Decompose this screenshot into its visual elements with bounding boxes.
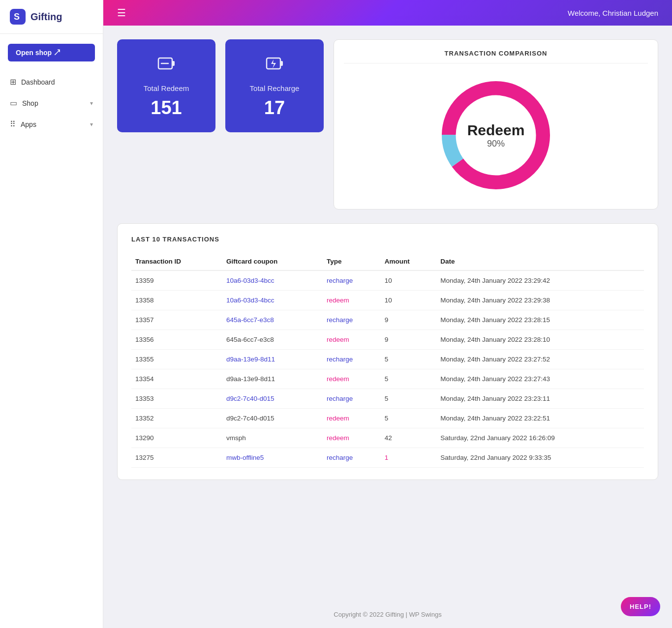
cell-type: recharge (323, 350, 381, 369)
sidebar: S Gifting Open shop 🡕 ⊞ Dashboard ▭ Shop… (0, 0, 103, 628)
col-date: Date (436, 253, 644, 270)
cell-date: Saturday, 22nd January 2022 16:26:09 (436, 428, 644, 448)
sidebar-item-dashboard[interactable]: ⊞ Dashboard (0, 71, 103, 92)
total-redeem-card: Total Redeem 151 (117, 39, 215, 132)
cell-amount: 5 (381, 369, 437, 389)
recharge-label: Total Recharge (250, 84, 300, 92)
table-row: 13357 645a-6cc7-e3c8 recharge 9 Monday, … (131, 310, 644, 330)
cell-date: Monday, 24th January 2022 23:27:43 (436, 369, 644, 389)
cell-amount: 1 (381, 448, 437, 468)
cell-type: recharge (323, 448, 381, 468)
cell-amount: 5 (381, 409, 437, 428)
table-row: 13354 d9aa-13e9-8d11 redeem 5 Monday, 24… (131, 369, 644, 389)
svg-rect-6 (280, 61, 283, 66)
cell-type: redeem (323, 369, 381, 389)
transactions-table: Transaction ID Giftcard coupon Type Amou… (131, 253, 644, 468)
sidebar-item-label: Dashboard (21, 78, 55, 86)
cell-coupon: d9c2-7c40-d015 (222, 409, 323, 428)
app-title: Gifting (31, 11, 62, 23)
cell-date: Monday, 24th January 2022 23:27:52 (436, 350, 644, 369)
welcome-message: Welcome, Christian Ludgen (568, 9, 658, 17)
transactions-card: LAST 10 TRANSACTIONS Transaction ID Gift… (117, 223, 658, 480)
table-row: 13356 645a-6cc7-e3c8 redeem 9 Monday, 24… (131, 330, 644, 350)
chevron-down-icon: ▾ (90, 100, 93, 107)
redeem-label: Total Redeem (144, 84, 189, 92)
sidebar-item-label: Shop (22, 99, 38, 107)
cell-date: Monday, 24th January 2022 23:29:42 (436, 270, 644, 291)
chart-title: TRANSACTION COMPARISON (344, 50, 648, 63)
open-shop-button[interactable]: Open shop 🡕 (8, 44, 95, 61)
top-section: Total Redeem 151 Total Recharge (117, 39, 658, 209)
cell-id: 13357 (131, 310, 222, 330)
cell-type: recharge (323, 270, 381, 291)
table-row: 13290 vmsph redeem 42 Saturday, 22nd Jan… (131, 428, 644, 448)
cell-amount: 9 (381, 310, 437, 330)
donut-chart: Redeem 90% (432, 71, 560, 199)
cell-id: 13290 (131, 428, 222, 448)
cell-date: Monday, 24th January 2022 23:23:11 (436, 389, 644, 409)
cell-coupon: d9aa-13e9-8d11 (222, 350, 323, 369)
cell-id: 13352 (131, 409, 222, 428)
cell-id: 13356 (131, 330, 222, 350)
col-giftcard-coupon: Giftcard coupon (222, 253, 323, 270)
table-row: 13355 d9aa-13e9-8d11 recharge 5 Monday, … (131, 350, 644, 369)
cell-coupon: vmsph (222, 428, 323, 448)
svg-marker-7 (271, 60, 276, 68)
donut-center-label: Redeem (467, 122, 525, 139)
cell-coupon: d9c2-7c40-d015 (222, 389, 323, 409)
col-transaction-id: Transaction ID (131, 253, 222, 270)
recharge-value: 17 (264, 97, 285, 119)
cell-id: 13354 (131, 369, 222, 389)
chevron-down-icon: ▾ (90, 121, 93, 128)
recharge-icon (264, 53, 285, 79)
cell-type: recharge (323, 310, 381, 330)
shop-icon: ▭ (10, 98, 17, 108)
cell-type: redeem (323, 409, 381, 428)
cell-type: redeem (323, 330, 381, 350)
cell-coupon: d9aa-13e9-8d11 (222, 369, 323, 389)
donut-center-pct: 90% (467, 139, 525, 149)
stat-cards-row: Total Redeem 151 Total Recharge (117, 39, 324, 132)
cell-type: recharge (323, 389, 381, 409)
svg-rect-3 (172, 61, 175, 66)
cell-id: 13353 (131, 389, 222, 409)
sidebar-logo: S Gifting (0, 0, 103, 34)
cell-coupon: 645a-6cc7-e3c8 (222, 310, 323, 330)
help-label: HELP! (630, 603, 651, 610)
table-row: 13359 10a6-03d3-4bcc recharge 10 Monday,… (131, 270, 644, 291)
table-row: 13275 mwb-offline5 recharge 1 Saturday, … (131, 448, 644, 468)
sidebar-item-label: Apps (21, 120, 36, 128)
col-type: Type (323, 253, 381, 270)
footer-text: Copyright © 2022 Gifting | WP Swings (334, 611, 441, 618)
footer: Copyright © 2022 Gifting | WP Swings (103, 601, 672, 628)
sidebar-navigation: ⊞ Dashboard ▭ Shop ▾ ⠿ Apps ▾ (0, 71, 103, 135)
apps-icon: ⠿ (10, 120, 16, 129)
total-recharge-card: Total Recharge 17 (225, 39, 324, 132)
cell-id: 13355 (131, 350, 222, 369)
sidebar-item-apps[interactable]: ⠿ Apps ▾ (0, 114, 103, 135)
cell-date: Monday, 24th January 2022 23:22:51 (436, 409, 644, 428)
top-header: ☰ Welcome, Christian Ludgen (103, 0, 672, 26)
table-row: 13352 d9c2-7c40-d015 redeem 5 Monday, 24… (131, 409, 644, 428)
cell-date: Monday, 24th January 2022 23:29:38 (436, 291, 644, 310)
cell-coupon: 10a6-03d3-4bcc (222, 291, 323, 310)
col-amount: Amount (381, 253, 437, 270)
cell-type: redeem (323, 428, 381, 448)
donut-center: Redeem 90% (467, 122, 525, 149)
cell-id: 13275 (131, 448, 222, 468)
table-row: 13358 10a6-03d3-4bcc redeem 10 Monday, 2… (131, 291, 644, 310)
table-row: 13353 d9c2-7c40-d015 recharge 5 Monday, … (131, 389, 644, 409)
cell-type: redeem (323, 291, 381, 310)
hamburger-icon[interactable]: ☰ (117, 7, 126, 19)
svg-text:S: S (14, 12, 20, 22)
main-area: ☰ Welcome, Christian Ludgen (103, 0, 672, 628)
transaction-comparison-chart: TRANSACTION COMPARISON (334, 39, 658, 209)
cell-amount: 42 (381, 428, 437, 448)
help-button[interactable]: HELP! (621, 597, 660, 616)
sidebar-item-shop[interactable]: ▭ Shop ▾ (0, 92, 103, 114)
logo-icon: S (10, 9, 26, 25)
cell-amount: 5 (381, 389, 437, 409)
cell-date: Monday, 24th January 2022 23:28:15 (436, 310, 644, 330)
dashboard-icon: ⊞ (10, 77, 16, 87)
redeem-value: 151 (151, 97, 182, 119)
